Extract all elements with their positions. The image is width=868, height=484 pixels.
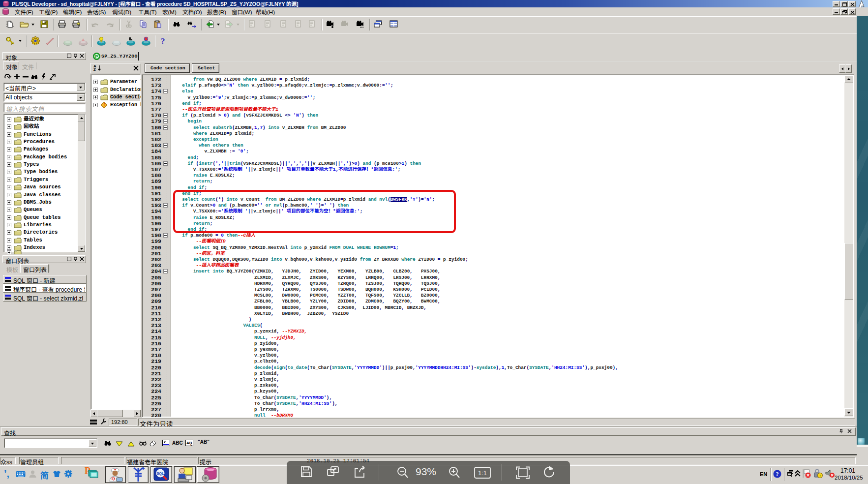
svg-text:c: c: [190, 443, 192, 446]
svg-text:P: P: [95, 54, 98, 59]
svg-text:SQL: SQL: [157, 472, 164, 476]
svg-text:1:1: 1:1: [478, 469, 487, 477]
svg-text:?: ?: [776, 471, 779, 478]
svg-text:!: !: [819, 474, 821, 478]
